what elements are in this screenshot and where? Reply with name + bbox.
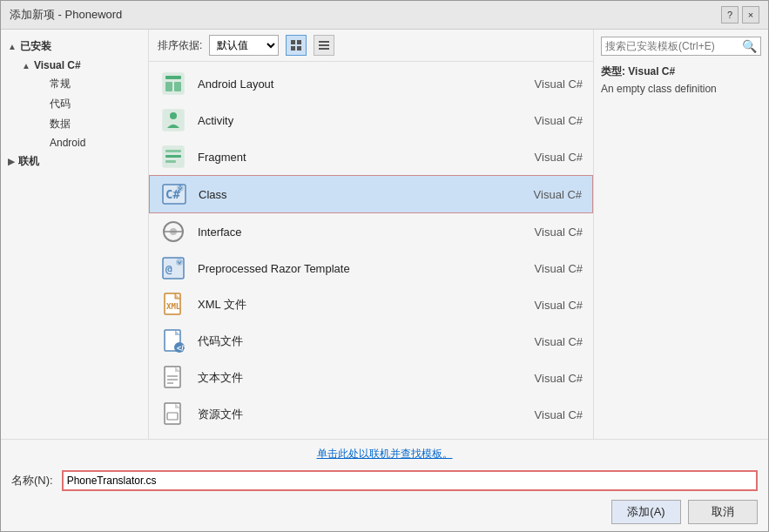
- svg-point-12: [170, 112, 177, 119]
- name-input[interactable]: [62, 470, 758, 491]
- help-button[interactable]: ?: [721, 6, 739, 24]
- code-type: Visual C#: [496, 335, 583, 348]
- svg-rect-16: [165, 160, 176, 163]
- name-label: 名称(N):: [11, 473, 53, 488]
- interface-type: Visual C#: [496, 226, 583, 239]
- resource-name: 资源文件: [198, 407, 485, 422]
- interface-icon: [159, 218, 187, 246]
- center-panel: 排序依据: 默认值 名称 类型: [149, 30, 594, 439]
- template-item-fragment[interactable]: Fragment Visual C#: [149, 138, 593, 175]
- razor-type: Visual C#: [496, 262, 583, 275]
- visual-csharp-children: 常规 代码 数据 Android: [15, 74, 148, 152]
- fragment-name: Fragment: [198, 151, 485, 164]
- sidebar: ▲ 已安装 ▲ Visual C# 常规 代码 数据 Android ▶ 联机: [1, 30, 149, 439]
- sort-toolbar: 排序依据: 默认值 名称 类型: [149, 30, 593, 62]
- razor-icon: @: [159, 254, 187, 282]
- svg-rect-0: [291, 40, 295, 44]
- resource-file-icon: [159, 401, 187, 428]
- template-item-interface[interactable]: Interface Visual C#: [149, 213, 593, 250]
- template-item-code[interactable]: </> 代码文件 Visual C#: [149, 323, 593, 360]
- template-item-class[interactable]: C# Class Visual C#: [149, 175, 593, 213]
- cancel-button[interactable]: 取消: [688, 500, 758, 524]
- sidebar-item-android[interactable]: Android: [29, 134, 148, 152]
- online-triangle-icon: ▶: [8, 157, 15, 166]
- sidebar-item-data[interactable]: 数据: [29, 114, 148, 134]
- activity-name: Activity: [198, 114, 485, 127]
- sidebar-item-general[interactable]: 常规: [29, 74, 148, 94]
- titlebar: 添加新项 - Phoneword ? ×: [1, 1, 768, 30]
- activity-type: Visual C#: [496, 114, 583, 127]
- grid-view-button[interactable]: [286, 35, 307, 56]
- xml-type: Visual C#: [496, 299, 583, 312]
- code-file-icon: </>: [159, 327, 187, 355]
- description-text: An empty class definition: [601, 83, 761, 95]
- android-layout-type: Visual C#: [496, 77, 583, 91]
- text-name: 文本文件: [198, 370, 485, 386]
- template-item-text[interactable]: 文本文件 Visual C#: [149, 360, 593, 396]
- xml-name: XML 文件: [198, 297, 485, 313]
- svg-rect-10: [174, 82, 181, 91]
- svg-rect-2: [291, 46, 295, 51]
- class-type: Visual C#: [495, 188, 582, 201]
- android-layout-name: Android Layout: [198, 77, 485, 91]
- name-row: 名称(N):: [11, 470, 758, 491]
- sidebar-installed-group: ▲ Visual C# 常规 代码 数据 Android: [1, 57, 148, 152]
- main-content: ▲ 已安装 ▲ Visual C# 常规 代码 数据 Android ▶ 联机: [1, 30, 768, 439]
- code-name: 代码文件: [198, 333, 485, 349]
- search-input[interactable]: [605, 40, 742, 52]
- activity-icon: [159, 106, 187, 134]
- sort-label: 排序依据:: [158, 38, 202, 53]
- installed-triangle-icon: ▲: [8, 42, 17, 51]
- template-item-android-layout[interactable]: Android Layout Visual C#: [149, 65, 593, 102]
- svg-text:@: @: [165, 262, 172, 275]
- razor-name: Preprocessed Razor Template: [198, 262, 485, 275]
- visual-csharp-triangle-icon: ▲: [22, 61, 30, 71]
- svg-rect-6: [319, 48, 329, 50]
- text-type: Visual C#: [496, 372, 583, 385]
- add-button[interactable]: 添加(A): [611, 500, 681, 524]
- fragment-icon: [159, 143, 187, 171]
- template-list: Android Layout Visual C# Activity Visual…: [149, 62, 593, 439]
- grid-icon: [290, 39, 302, 51]
- sort-select[interactable]: 默认值 名称 类型: [209, 35, 279, 56]
- sidebar-visual-csharp-label: Visual C#: [34, 59, 81, 71]
- class-name: Class: [199, 188, 484, 201]
- right-panel: 🔍 类型: Visual C# An empty class definitio…: [594, 30, 768, 439]
- template-item-razor[interactable]: @ Preprocessed Razor Template Visual C#: [149, 250, 593, 286]
- installed-label: 已安装: [20, 39, 51, 54]
- close-button[interactable]: ×: [742, 6, 759, 24]
- svg-rect-9: [165, 82, 172, 91]
- dialog-title: 添加新项 - Phoneword: [10, 7, 122, 23]
- template-item-xml[interactable]: XML XML 文件 Visual C#: [149, 286, 593, 323]
- resource-type: Visual C#: [496, 408, 583, 421]
- find-online-link[interactable]: 单击此处以联机并查找模板。: [11, 447, 758, 461]
- template-item-activity[interactable]: Activity Visual C#: [149, 102, 593, 138]
- sidebar-online-label: 联机: [18, 154, 39, 169]
- sidebar-visual-csharp-header[interactable]: ▲ Visual C#: [15, 57, 148, 74]
- svg-rect-3: [297, 46, 301, 51]
- description-label: 类型: Visual C#: [601, 64, 761, 79]
- list-view-button[interactable]: [314, 35, 334, 56]
- svg-text:</>: </>: [177, 344, 186, 353]
- sidebar-item-code[interactable]: 代码: [29, 94, 148, 114]
- button-row: 添加(A) 取消: [11, 500, 758, 524]
- titlebar-controls: ? ×: [721, 6, 759, 24]
- add-new-item-dialog: 添加新项 - Phoneword ? × ▲ 已安装 ▲ Visual C# 常…: [0, 0, 769, 532]
- search-icon[interactable]: 🔍: [742, 39, 757, 53]
- svg-text:XML: XML: [166, 302, 181, 311]
- class-icon: C#: [160, 180, 188, 208]
- android-layout-icon: [159, 70, 187, 98]
- text-file-icon: [159, 364, 187, 392]
- interface-name: Interface: [198, 226, 485, 239]
- bottom-area: 单击此处以联机并查找模板。 名称(N): 添加(A) 取消: [1, 439, 768, 531]
- fragment-type: Visual C#: [496, 151, 583, 164]
- svg-rect-15: [165, 155, 181, 158]
- sidebar-installed-header[interactable]: ▲ 已安装: [1, 37, 148, 57]
- search-box[interactable]: 🔍: [601, 37, 761, 56]
- sidebar-online-header[interactable]: ▶ 联机: [1, 152, 148, 172]
- template-item-resource[interactable]: 资源文件 Visual C#: [149, 396, 593, 433]
- svg-rect-5: [319, 44, 329, 46]
- svg-rect-4: [319, 41, 329, 43]
- svg-rect-14: [165, 150, 181, 152]
- svg-rect-1: [297, 40, 301, 44]
